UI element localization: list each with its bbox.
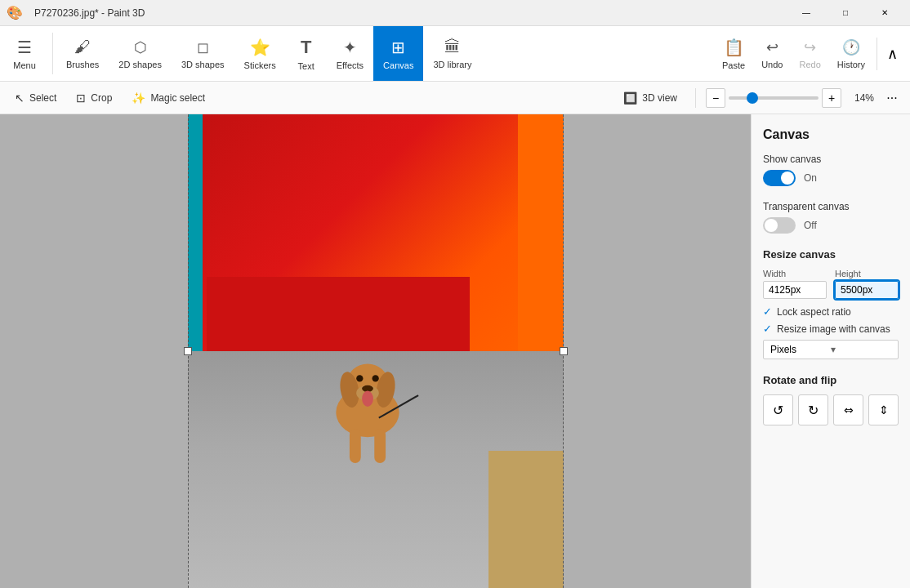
pixels-dropdown[interactable]: Pixels ▾ [763, 340, 899, 359]
svg-point-9 [356, 375, 363, 381]
handle-middle-right[interactable] [560, 347, 568, 355]
magic-select-button[interactable]: ✨ Magic select [123, 88, 213, 108]
panel-title: Canvas [763, 127, 899, 142]
height-group: Height [835, 269, 899, 299]
menu-icon: ☰ [17, 38, 32, 57]
rotate-flip-section: Rotate and flip ↺ ↻ ⇔ ⇕ [763, 374, 899, 425]
3dlibrary-label: 3D library [433, 60, 471, 69]
canvas-tool[interactable]: ⊞ Canvas [373, 26, 423, 81]
undo-button[interactable]: ↩ Undo [753, 35, 791, 73]
toolbar-divider [695, 88, 696, 108]
app-icon: 🎨 [7, 5, 23, 20]
show-canvas-section: Show canvas On [763, 154, 899, 186]
resize-image-row: ✓ Resize image with canvas [763, 323, 899, 335]
lock-aspect-check-icon: ✓ [763, 305, 772, 318]
history-button[interactable]: 🕐 History [829, 35, 873, 73]
stickers-tool[interactable]: ⭐ Stickers [234, 26, 286, 81]
menu-button[interactable]: ☰ Menu [0, 26, 49, 81]
width-input[interactable] [763, 281, 827, 299]
close-button[interactable]: ✕ [866, 0, 903, 26]
text-tool[interactable]: T Text [286, 26, 327, 81]
maximize-button[interactable]: □ [827, 0, 864, 26]
magic-select-label: Magic select [150, 92, 205, 104]
crop-label: Crop [91, 92, 112, 104]
ribbon-collapse-button[interactable]: ∧ [881, 26, 903, 82]
main-area: Canvas Show canvas On Transparent canvas… [0, 114, 910, 588]
redo-label: Redo [799, 60, 820, 69]
3dshapes-label: 3D shapes [181, 60, 225, 69]
lock-aspect-label: Lock aspect ratio [777, 306, 851, 318]
brushes-label: Brushes [66, 60, 99, 69]
2dshapes-tool[interactable]: ⬡ 2D shapes [109, 26, 172, 81]
width-label: Width [763, 269, 827, 278]
select-tool-button[interactable]: ↖ Select [7, 88, 65, 108]
transparent-canvas-state: Off [804, 220, 817, 231]
svg-rect-7 [350, 430, 361, 463]
transparent-canvas-section: Transparent canvas Off [763, 201, 899, 234]
text-icon: T [301, 37, 311, 58]
handle-middle-left[interactable] [184, 347, 192, 355]
svg-point-10 [372, 375, 379, 381]
crop-tool-button[interactable]: ⊡ Crop [68, 88, 120, 108]
brushes-icon: 🖌 [74, 38, 91, 56]
canvas-area[interactable] [0, 114, 751, 588]
resize-image-label: Resize image with canvas [777, 323, 890, 335]
3d-view-button[interactable]: 🔲 3D view [615, 88, 685, 108]
bg-steps [488, 451, 564, 588]
undo-label: Undo [761, 60, 783, 69]
ribbon: ☰ Menu 🖌 Brushes ⬡ 2D shapes ◻ 3D shapes… [0, 26, 910, 82]
stickers-icon: ⭐ [250, 38, 270, 57]
height-input[interactable] [835, 281, 899, 299]
paste-icon: 📋 [724, 38, 744, 57]
menu-label: Menu [13, 60, 36, 70]
effects-icon: ✦ [343, 38, 357, 57]
zoom-controls: − + 14% [706, 88, 874, 108]
rotate-right-button[interactable]: ↻ [798, 394, 828, 425]
flip-horizontal-button[interactable]: ⇔ [833, 394, 863, 425]
effects-tool[interactable]: ✦ Effects [327, 26, 373, 81]
2dshapes-icon: ⬡ [134, 38, 147, 56]
title-bar: 🎨 P7270236.jpg* - Paint 3D — □ ✕ [0, 0, 910, 26]
canvas-icon: ⊞ [391, 38, 405, 57]
rotate-flip-title: Rotate and flip [763, 374, 899, 386]
rotate-flip-buttons: ↺ ↻ ⇔ ⇕ [763, 394, 899, 425]
redo-icon: ↪ [804, 38, 816, 56]
flip-vertical-button[interactable]: ⇕ [868, 394, 899, 425]
photo [188, 114, 564, 588]
zoom-percent: 14% [845, 92, 874, 104]
dog-area [311, 301, 424, 501]
right-panel: Canvas Show canvas On Transparent canvas… [751, 114, 910, 588]
brushes-tool[interactable]: 🖌 Brushes [56, 26, 109, 81]
3dlibrary-tool[interactable]: 🏛 3D library [423, 26, 481, 81]
undo-icon: ↩ [766, 38, 778, 56]
show-canvas-label: Show canvas [763, 154, 899, 165]
svg-rect-8 [375, 430, 386, 463]
svg-point-6 [362, 391, 373, 407]
2dshapes-label: 2D shapes [118, 60, 162, 69]
minimize-button[interactable]: — [787, 0, 825, 26]
zoom-in-button[interactable]: + [822, 88, 841, 108]
3d-view-icon: 🔲 [623, 91, 637, 105]
zoom-slider[interactable] [729, 96, 819, 100]
show-canvas-toggle[interactable] [763, 170, 796, 186]
zoom-thumb [747, 92, 758, 104]
transparent-canvas-toggle-row: Off [763, 217, 899, 234]
show-canvas-knob [781, 172, 794, 185]
resize-canvas-section: Resize canvas Width Height ✓ Lock aspect… [763, 248, 899, 359]
more-button[interactable]: ··· [881, 87, 903, 109]
transparent-canvas-toggle[interactable] [763, 217, 796, 234]
3d-view-label: 3D view [642, 92, 677, 104]
stickers-label: Stickers [244, 60, 276, 70]
width-group: Width [763, 269, 827, 299]
rotate-left-button[interactable]: ↺ [763, 394, 793, 425]
select-icon: ↖ [15, 91, 25, 105]
height-label: Height [835, 269, 899, 278]
magic-select-icon: ✨ [132, 91, 145, 105]
text-label: Text [298, 61, 314, 71]
redo-button[interactable]: ↪ Redo [791, 35, 828, 73]
zoom-out-button[interactable]: − [706, 88, 725, 108]
paste-button[interactable]: 📋 Paste [714, 34, 753, 74]
transparent-canvas-knob [765, 219, 778, 232]
crop-icon: ⊡ [76, 91, 86, 105]
3dshapes-tool[interactable]: ◻ 3D shapes [172, 26, 234, 81]
